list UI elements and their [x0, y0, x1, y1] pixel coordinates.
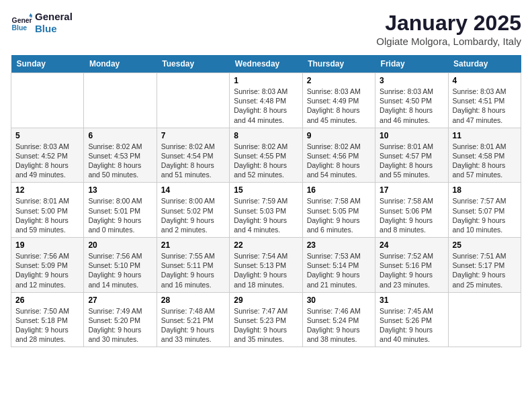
calendar-day-19: 19Sunrise: 7:56 AM Sunset: 5:09 PM Dayli…	[11, 238, 84, 293]
calendar-day-7: 7Sunrise: 8:02 AM Sunset: 4:54 PM Daylig…	[157, 128, 229, 183]
day-info: Sunrise: 7:49 AM Sunset: 5:20 PM Dayligh…	[88, 306, 152, 345]
calendar-table: SundayMondayTuesdayWednesdayThursdayFrid…	[11, 55, 521, 347]
calendar-day-20: 20Sunrise: 7:56 AM Sunset: 5:10 PM Dayli…	[84, 238, 157, 293]
weekday-header-row: SundayMondayTuesdayWednesdayThursdayFrid…	[11, 55, 521, 73]
day-info: Sunrise: 8:02 AM Sunset: 4:56 PM Dayligh…	[307, 142, 371, 180]
calendar-week-row: 12Sunrise: 8:01 AM Sunset: 5:00 PM Dayli…	[11, 183, 521, 238]
calendar-day-1: 1Sunrise: 8:03 AM Sunset: 4:48 PM Daylig…	[230, 73, 302, 128]
day-info: Sunrise: 8:02 AM Sunset: 4:55 PM Dayligh…	[234, 142, 298, 180]
weekday-header-thursday: Thursday	[302, 55, 375, 73]
day-info: Sunrise: 7:58 AM Sunset: 5:06 PM Dayligh…	[380, 196, 443, 234]
day-number: 12	[15, 185, 79, 195]
day-number: 29	[234, 295, 298, 305]
day-info: Sunrise: 8:03 AM Sunset: 4:48 PM Dayligh…	[234, 87, 298, 125]
day-info: Sunrise: 7:55 AM Sunset: 5:11 PM Dayligh…	[161, 251, 225, 289]
day-number: 4	[453, 76, 517, 85]
calendar-day-30: 30Sunrise: 7:46 AM Sunset: 5:24 PM Dayli…	[302, 292, 375, 347]
day-number: 15	[234, 185, 298, 195]
day-number: 18	[453, 185, 517, 195]
day-info: Sunrise: 7:46 AM Sunset: 5:24 PM Dayligh…	[307, 306, 371, 345]
day-info: Sunrise: 8:01 AM Sunset: 4:57 PM Dayligh…	[380, 142, 443, 180]
calendar-day-21: 21Sunrise: 7:55 AM Sunset: 5:11 PM Dayli…	[157, 238, 229, 293]
calendar-day-8: 8Sunrise: 8:02 AM Sunset: 4:55 PM Daylig…	[230, 128, 302, 183]
day-info: Sunrise: 8:01 AM Sunset: 4:58 PM Dayligh…	[453, 142, 517, 180]
calendar-empty-cell	[157, 73, 229, 128]
day-number: 30	[307, 295, 371, 305]
calendar-day-27: 27Sunrise: 7:49 AM Sunset: 5:20 PM Dayli…	[84, 292, 157, 347]
calendar-day-17: 17Sunrise: 7:58 AM Sunset: 5:06 PM Dayli…	[375, 183, 448, 238]
calendar-day-2: 2Sunrise: 8:03 AM Sunset: 4:49 PM Daylig…	[302, 73, 375, 128]
day-info: Sunrise: 8:03 AM Sunset: 4:50 PM Dayligh…	[380, 87, 443, 125]
weekday-header-wednesday: Wednesday	[230, 55, 302, 73]
day-info: Sunrise: 8:03 AM Sunset: 4:52 PM Dayligh…	[15, 142, 79, 180]
calendar-day-25: 25Sunrise: 7:51 AM Sunset: 5:17 PM Dayli…	[448, 238, 521, 293]
weekday-header-friday: Friday	[375, 55, 448, 73]
calendar-empty-cell	[448, 292, 521, 347]
calendar-week-row: 5Sunrise: 8:03 AM Sunset: 4:52 PM Daylig…	[11, 128, 521, 183]
calendar-day-14: 14Sunrise: 8:00 AM Sunset: 5:02 PM Dayli…	[157, 183, 229, 238]
day-number: 11	[453, 131, 517, 140]
day-number: 10	[380, 131, 443, 140]
day-info: Sunrise: 8:00 AM Sunset: 5:02 PM Dayligh…	[161, 196, 225, 234]
calendar-day-24: 24Sunrise: 7:52 AM Sunset: 5:16 PM Dayli…	[375, 238, 448, 293]
location-subtitle: Olgiate Molgora, Lombardy, Italy	[376, 36, 521, 47]
day-number: 25	[453, 240, 517, 250]
day-number: 3	[380, 76, 443, 85]
day-number: 9	[307, 131, 371, 140]
day-number: 14	[161, 185, 225, 195]
title-section: January 2025 Olgiate Molgora, Lombardy, …	[376, 11, 521, 47]
day-number: 19	[15, 240, 79, 250]
day-number: 6	[88, 131, 152, 140]
calendar-empty-cell	[84, 73, 157, 128]
day-info: Sunrise: 8:03 AM Sunset: 4:49 PM Dayligh…	[307, 87, 371, 125]
page-header: General Blue GeneralBlue January 2025 Ol…	[11, 11, 521, 47]
calendar-day-3: 3Sunrise: 8:03 AM Sunset: 4:50 PM Daylig…	[375, 73, 448, 128]
logo-text: GeneralBlue	[35, 11, 73, 35]
calendar-day-4: 4Sunrise: 8:03 AM Sunset: 4:51 PM Daylig…	[448, 73, 521, 128]
calendar-day-9: 9Sunrise: 8:02 AM Sunset: 4:56 PM Daylig…	[302, 128, 375, 183]
calendar-day-6: 6Sunrise: 8:02 AM Sunset: 4:53 PM Daylig…	[84, 128, 157, 183]
day-number: 21	[161, 240, 225, 250]
day-info: Sunrise: 7:57 AM Sunset: 5:07 PM Dayligh…	[453, 196, 517, 234]
day-number: 20	[88, 240, 152, 250]
day-info: Sunrise: 8:03 AM Sunset: 4:51 PM Dayligh…	[453, 87, 517, 125]
day-number: 31	[380, 295, 443, 305]
weekday-header-sunday: Sunday	[11, 55, 84, 73]
day-info: Sunrise: 7:45 AM Sunset: 5:26 PM Dayligh…	[380, 306, 443, 345]
day-info: Sunrise: 8:02 AM Sunset: 4:54 PM Dayligh…	[161, 142, 225, 180]
day-number: 27	[88, 295, 152, 305]
day-info: Sunrise: 7:53 AM Sunset: 5:14 PM Dayligh…	[307, 251, 371, 289]
day-info: Sunrise: 7:48 AM Sunset: 5:21 PM Dayligh…	[161, 306, 225, 345]
calendar-day-5: 5Sunrise: 8:03 AM Sunset: 4:52 PM Daylig…	[11, 128, 84, 183]
day-number: 23	[307, 240, 371, 250]
month-title: January 2025	[376, 11, 521, 36]
day-info: Sunrise: 8:00 AM Sunset: 5:01 PM Dayligh…	[88, 196, 152, 234]
day-info: Sunrise: 7:58 AM Sunset: 5:05 PM Dayligh…	[307, 196, 371, 234]
day-number: 5	[15, 131, 79, 140]
calendar-day-13: 13Sunrise: 8:00 AM Sunset: 5:01 PM Dayli…	[84, 183, 157, 238]
day-number: 24	[380, 240, 443, 250]
weekday-header-tuesday: Tuesday	[157, 55, 229, 73]
day-number: 1	[234, 76, 298, 85]
calendar-day-11: 11Sunrise: 8:01 AM Sunset: 4:58 PM Dayli…	[448, 128, 521, 183]
day-number: 13	[88, 185, 152, 195]
logo-icon: General Blue	[11, 12, 32, 34]
calendar-empty-cell	[11, 73, 84, 128]
calendar-day-29: 29Sunrise: 7:47 AM Sunset: 5:23 PM Dayli…	[230, 292, 302, 347]
day-info: Sunrise: 8:02 AM Sunset: 4:53 PM Dayligh…	[88, 142, 152, 180]
calendar-day-31: 31Sunrise: 7:45 AM Sunset: 5:26 PM Dayli…	[375, 292, 448, 347]
calendar-day-10: 10Sunrise: 8:01 AM Sunset: 4:57 PM Dayli…	[375, 128, 448, 183]
logo: General Blue GeneralBlue	[11, 11, 73, 35]
day-info: Sunrise: 7:47 AM Sunset: 5:23 PM Dayligh…	[234, 306, 298, 345]
day-number: 16	[307, 185, 371, 195]
calendar-day-28: 28Sunrise: 7:48 AM Sunset: 5:21 PM Dayli…	[157, 292, 229, 347]
day-number: 2	[307, 76, 371, 85]
day-info: Sunrise: 7:56 AM Sunset: 5:09 PM Dayligh…	[15, 251, 79, 289]
day-info: Sunrise: 7:59 AM Sunset: 5:03 PM Dayligh…	[234, 196, 298, 234]
calendar-day-22: 22Sunrise: 7:54 AM Sunset: 5:13 PM Dayli…	[230, 238, 302, 293]
calendar-day-15: 15Sunrise: 7:59 AM Sunset: 5:03 PM Dayli…	[230, 183, 302, 238]
calendar-day-12: 12Sunrise: 8:01 AM Sunset: 5:00 PM Dayli…	[11, 183, 84, 238]
calendar-day-26: 26Sunrise: 7:50 AM Sunset: 5:18 PM Dayli…	[11, 292, 84, 347]
day-number: 8	[234, 131, 298, 140]
weekday-header-monday: Monday	[84, 55, 157, 73]
